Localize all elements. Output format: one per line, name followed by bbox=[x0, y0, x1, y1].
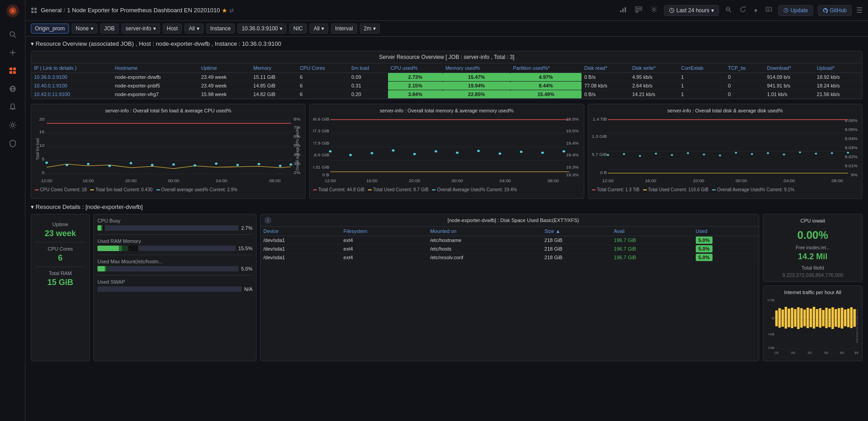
cpu-used-cell: 3.84% bbox=[388, 90, 443, 99]
svg-text:16:00: 16:00 bbox=[791, 351, 795, 355]
svg-rect-197 bbox=[834, 319, 837, 327]
tcp-tw-cell: 0 bbox=[725, 73, 764, 82]
svg-text:20:00: 20:00 bbox=[808, 351, 812, 355]
svg-point-119 bbox=[607, 154, 609, 156]
ip-cell[interactable]: 10.42.0.11:9100 bbox=[31, 90, 112, 99]
instance-value-dropdown[interactable]: 10.36.0.3:9100 ▾ bbox=[238, 24, 286, 34]
job-filter[interactable]: JOB bbox=[100, 24, 119, 34]
github-button[interactable]: GitHub bbox=[818, 5, 852, 16]
svg-point-133 bbox=[831, 152, 833, 154]
svg-point-91 bbox=[456, 152, 459, 154]
origin-prom-filter[interactable]: Origin_prom bbox=[31, 24, 69, 34]
host-filter[interactable]: Host bbox=[163, 24, 182, 34]
svg-text:08:00: 08:00 bbox=[854, 351, 858, 355]
svg-point-121 bbox=[639, 155, 641, 157]
time-range-button[interactable]: Last 24 hours ▾ bbox=[664, 5, 719, 16]
col-disk-write: Disk write* bbox=[630, 63, 679, 73]
gauge-bar bbox=[97, 286, 242, 292]
notifications-icon[interactable] bbox=[764, 5, 774, 16]
logo-icon[interactable] bbox=[5, 4, 20, 18]
uptime-block: Uptime 23 week bbox=[35, 218, 86, 242]
gauge-item: Used RAM Memory 15.5% bbox=[97, 238, 252, 255]
shield-icon[interactable] bbox=[5, 135, 21, 151]
svg-text:9%: 9% bbox=[851, 173, 857, 177]
host-all-dropdown[interactable]: All ▾ bbox=[184, 24, 203, 34]
svg-rect-193 bbox=[822, 319, 825, 326]
col-disk-read: Disk read* bbox=[582, 63, 630, 73]
svg-rect-158 bbox=[794, 309, 797, 319]
svg-point-25 bbox=[653, 9, 655, 11]
ip-cell[interactable]: 10.36.0.3:9100 bbox=[31, 73, 112, 82]
share-icon[interactable]: ⇄ bbox=[229, 7, 234, 14]
uptime-cell: 23.49 week bbox=[199, 82, 251, 90]
chart-icon[interactable] bbox=[618, 5, 629, 16]
svg-text:Overall average CPU used%: Overall average CPU used% bbox=[296, 127, 300, 171]
interval-value-dropdown[interactable]: 2m ▾ bbox=[360, 24, 380, 34]
time-range-chevron: ▾ bbox=[711, 7, 714, 14]
disk-read-cell: 0 B/s bbox=[582, 90, 630, 99]
menu-icon[interactable]: ☰ bbox=[856, 6, 863, 15]
panel-icon[interactable] bbox=[633, 5, 644, 16]
grid-icon[interactable] bbox=[5, 63, 21, 79]
traffic-chart: 4.77 MiB 0 B -4.8 MiB -9.5 MiB bbox=[767, 297, 858, 356]
settings-icon[interactable] bbox=[649, 4, 659, 16]
disk-avail: 196.7 GiB bbox=[611, 253, 693, 262]
gear-icon[interactable] bbox=[5, 117, 21, 133]
update-button[interactable]: Update bbox=[778, 5, 813, 16]
disk-panel: i [node-exporter-dvwfb] : Disk Space Use… bbox=[260, 214, 759, 361]
star-icon[interactable]: ★ bbox=[222, 7, 228, 14]
svg-rect-188 bbox=[806, 319, 809, 328]
add-icon[interactable] bbox=[5, 44, 21, 61]
sidebar bbox=[0, 0, 25, 421]
search-icon[interactable] bbox=[5, 26, 21, 43]
disk-info-icon[interactable]: i bbox=[264, 217, 272, 224]
svg-text:8%: 8% bbox=[294, 117, 301, 121]
nic-filter[interactable]: NIC bbox=[289, 24, 307, 34]
svg-text:9.31 GiB: 9.31 GiB bbox=[313, 165, 329, 169]
svg-point-122 bbox=[655, 153, 657, 155]
memory-chart-area: 46.6 GiB 37.3 GiB 27.9 GiB 18.6 GiB 9.31… bbox=[313, 115, 580, 185]
svg-text:9.06%: 9.06% bbox=[844, 119, 857, 123]
svg-point-96 bbox=[563, 150, 565, 153]
gauge-value: 2.7% bbox=[241, 225, 252, 231]
cpu-iowait-panel: CPU iowait 0.00% Free inodes:/et... 14.2… bbox=[763, 214, 863, 282]
interval-filter[interactable]: Interval bbox=[331, 24, 357, 34]
traffic-panel: Internet traffic per hour All 4.77 MiB 0… bbox=[763, 286, 863, 361]
chevron-down-icon[interactable]: ▾ bbox=[752, 5, 759, 16]
bell-icon[interactable] bbox=[5, 99, 21, 115]
svg-point-62 bbox=[290, 164, 292, 166]
ip-cell[interactable]: 10.40.0.1:9100 bbox=[31, 82, 112, 90]
svg-point-132 bbox=[815, 153, 817, 155]
globe-icon[interactable] bbox=[5, 81, 21, 97]
svg-text:04:00: 04:00 bbox=[499, 179, 511, 183]
svg-point-86 bbox=[349, 154, 352, 156]
disk-chart-title: server-info : Overall total disk & avera… bbox=[592, 108, 858, 113]
svg-point-128 bbox=[751, 153, 753, 155]
svg-rect-163 bbox=[810, 309, 812, 319]
col-mem-used: Memory used% bbox=[443, 63, 510, 73]
svg-rect-200 bbox=[844, 319, 847, 326]
svg-text:2%: 2% bbox=[294, 170, 301, 175]
svg-point-129 bbox=[767, 152, 769, 154]
none-dropdown[interactable]: None ▾ bbox=[72, 24, 97, 34]
disk-col-device: Device bbox=[261, 227, 341, 236]
total-ram-label: Total RAM bbox=[37, 271, 84, 276]
svg-text:12:00: 12:00 bbox=[325, 179, 336, 183]
server-info-dropdown[interactable]: server-info ▾ bbox=[121, 24, 160, 34]
download-cell: 941.91 b/s bbox=[764, 82, 814, 90]
col-cpu-cores: CPU Cores bbox=[297, 63, 349, 73]
zoom-icon[interactable] bbox=[723, 5, 733, 16]
resource-details-header: ▾ Resource Details : [node-exporter-dvwf… bbox=[31, 203, 863, 210]
memory-cell: 15.11 GiB bbox=[251, 73, 297, 82]
tcp-tw-cell: 0 bbox=[725, 90, 764, 99]
svg-rect-169 bbox=[828, 309, 831, 319]
nic-all-dropdown[interactable]: All ▾ bbox=[310, 24, 328, 34]
gauge-value: N/A bbox=[244, 286, 252, 292]
currestab-cell: 1 bbox=[678, 73, 725, 82]
partition-cell: 4.97% bbox=[510, 73, 582, 82]
dashboard: ▾ Resource Overview (associated JOB) , H… bbox=[25, 37, 868, 421]
uptime-cell: 23.49 week bbox=[199, 73, 251, 82]
instance-filter[interactable]: Instance bbox=[206, 24, 235, 34]
refresh-icon[interactable] bbox=[738, 5, 748, 16]
svg-text:-9.5 MiB: -9.5 MiB bbox=[768, 345, 774, 349]
